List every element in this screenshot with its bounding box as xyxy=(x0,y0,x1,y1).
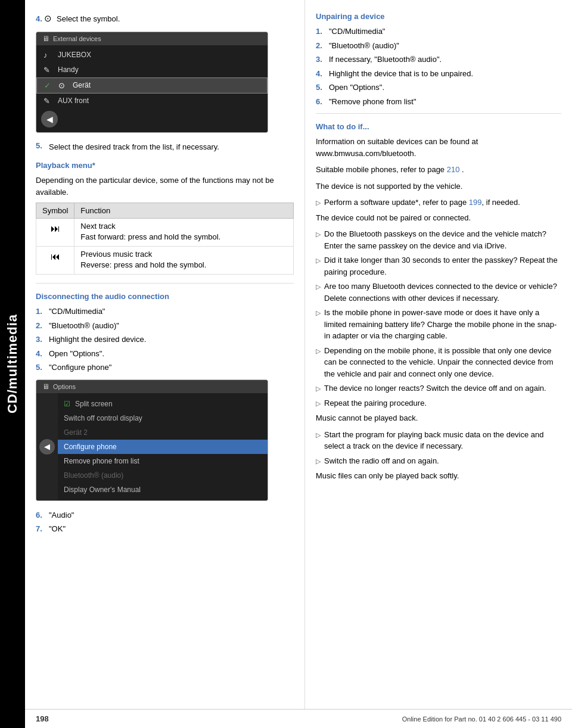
sidebar: CD/multimedia xyxy=(0,0,25,728)
options-row-split[interactable]: ☑ Split screen xyxy=(58,397,268,411)
options-row-gerat2: Gerät 2 xyxy=(58,425,268,440)
step4-icon: ⊙ xyxy=(44,13,52,23)
options-configure-text: Configure phone xyxy=(64,443,117,451)
unpair-step6-text: "Remove phone from list" xyxy=(329,96,561,108)
screen1-aux-icon: ✎ xyxy=(43,97,53,105)
table-symbol-next: ⏭ xyxy=(36,219,74,247)
divider2 xyxy=(316,113,561,114)
bullets2: ▷ Do the Bluetooth passkeys on the devic… xyxy=(316,228,561,409)
screen1-header-text: External devices xyxy=(53,35,101,42)
options-row-manual[interactable]: Display Owner's Manual xyxy=(58,483,268,497)
bullet-passkey: ▷ Do the Bluetooth passkeys on the devic… xyxy=(316,228,561,251)
disconnect-step1-text: "CD/Multimedia" xyxy=(49,306,294,318)
disconnect-steps: 1. "CD/Multimedia" 2. "Bluetooth® (audio… xyxy=(36,306,294,374)
bullet-arrow4: ▷ xyxy=(316,282,321,304)
options-row-configure[interactable]: Configure phone xyxy=(58,440,268,454)
disconnect-step5-num: 5. xyxy=(36,362,45,374)
options-switch-off-text: Switch off control display xyxy=(64,414,142,422)
footer-page-num: 198 xyxy=(36,714,49,723)
disconnect-step5: 5. "Configure phone" xyxy=(36,362,294,374)
screen1-handy-icon: ✎ xyxy=(43,66,53,74)
step6-text: "Audio" xyxy=(49,509,294,521)
table-row-prev: ⏮ Previous music track Reverse: press an… xyxy=(36,247,294,275)
step5-line: 5. Select the desired track from the lis… xyxy=(36,141,294,153)
bullet-arrow10: ▷ xyxy=(316,456,321,467)
options-header-text: Options xyxy=(53,383,76,390)
unpair-step2-num: 2. xyxy=(316,40,325,52)
footer: 198 Online Edition for Part no. 01 40 2 … xyxy=(25,709,572,728)
disconnect-step3-num: 3. xyxy=(36,334,45,346)
screen1-body: ♪ JUKEBOX ✎ Handy ✓ ⊙ Gerät xyxy=(36,45,268,132)
options-nav-btn-up[interactable]: ◀ xyxy=(39,439,55,455)
bullet-one-device-text: Depending on the mobile phone, it is pos… xyxy=(324,345,561,380)
right-column: Unpairing a device 1. "CD/Multimedia" 2.… xyxy=(305,0,572,709)
footer-text: Online Edition for Part no. 01 40 2 606 … xyxy=(402,715,561,723)
disconnect-step2-text: "Bluetooth® (audio)" xyxy=(49,320,294,332)
bullet-one-device: ▷ Depending on the mobile phone, it is p… xyxy=(316,345,561,380)
options-check-split: ☑ xyxy=(64,400,70,408)
step4-text: Select the symbol. xyxy=(57,14,120,23)
whatif-intro3: The device is not supported by the vehic… xyxy=(316,181,561,192)
options-gerat2-text: Gerät 2 xyxy=(64,428,88,437)
bullet-power-save-text: Is the mobile phone in power-save mode o… xyxy=(324,307,561,342)
table-row-next: ⏭ Next track Fast forward: press and hol… xyxy=(36,219,294,247)
whatif-heading: What to do if... xyxy=(316,122,561,131)
screen1-gerat-check: ✓ xyxy=(44,81,54,90)
bullet-30sec: ▷ Did it take longer than 30 seconds to … xyxy=(316,254,561,278)
step7-line: 7. "OK" xyxy=(36,523,294,535)
unpair-step1: 1. "CD/Multimedia" xyxy=(316,26,561,38)
unpair-step2-text: "Bluetooth® (audio)" xyxy=(329,40,561,52)
unpairing-heading: Unpairing a device xyxy=(316,12,561,21)
page-link-199[interactable]: 199 xyxy=(469,198,482,207)
options-row-switch-off[interactable]: Switch off control display xyxy=(58,411,268,425)
options-manual-text: Display Owner's Manual xyxy=(64,486,141,494)
options-body: ◀ ☑ Split screen Switch off control disp… xyxy=(36,393,268,500)
step5-text: Select the desired track from the list, … xyxy=(49,141,219,153)
disconnect-step5-text: "Configure phone" xyxy=(49,362,294,374)
unpair-step3: 3. If necessary, "Bluetooth® audio". xyxy=(316,54,561,66)
disconnect-step1-num: 1. xyxy=(36,306,45,318)
bullet-reacts-text: The device no longer reacts? Switch the … xyxy=(324,382,546,394)
screen1-header: 🖥 External devices xyxy=(36,32,268,45)
screen1-header-icon: 🖥 xyxy=(42,35,49,43)
disconnect-step4: 4. Open "Options". xyxy=(36,348,294,360)
screen1-aux-text: AUX front xyxy=(58,97,89,105)
disconnect-heading: Disconnecting the audio connection xyxy=(36,292,294,301)
options-remove-text: Remove phone from list xyxy=(64,457,139,465)
unpair-step5: 5. Open "Options". xyxy=(316,82,561,94)
bullet-arrow8: ▷ xyxy=(316,399,321,409)
playback-heading: Playback menu* xyxy=(36,161,294,170)
bullet-arrow1: ▷ xyxy=(316,198,321,209)
options-bt-audio-text: Bluetooth® (audio) xyxy=(64,471,123,480)
disconnect-step2-num: 2. xyxy=(36,320,45,332)
whatif-intro4: The device could not be paired or connec… xyxy=(316,212,561,224)
steps-after-screen: 6. "Audio" 7. "OK" xyxy=(36,509,294,535)
bullet-arrow6: ▷ xyxy=(316,346,321,380)
screen1-handy-text: Handy xyxy=(58,66,79,74)
page-container: CD/multimedia 4. ⊙ Select the symbol. 🖥 … xyxy=(0,0,572,728)
screen1-jukebox-icon: ♪ xyxy=(43,51,53,60)
options-nav: ◀ xyxy=(36,393,58,500)
playback-intro: Depending on the particular device, some… xyxy=(36,175,294,198)
whatif-intro2-link[interactable]: 210 xyxy=(447,165,460,174)
options-row-bt-audio: Bluetooth® (audio) xyxy=(58,468,268,483)
screen1-gerat-icon: ⊙ xyxy=(58,81,68,90)
bullet-switch-radio: ▷ Switch the radio off and on again. xyxy=(316,455,561,467)
step5-num: 5. xyxy=(36,141,45,153)
bullets1: ▷ Perform a software update*, refer to p… xyxy=(316,197,561,209)
step6-line: 6. "Audio" xyxy=(36,509,294,521)
options-row-remove[interactable]: Remove phone from list xyxy=(58,454,268,468)
bullet-start-program: ▷ Start the program for playing back mus… xyxy=(316,429,561,452)
unpair-step3-text: If necessary, "Bluetooth® audio". xyxy=(329,54,561,66)
bullet-arrow9: ▷ xyxy=(316,430,321,452)
sidebar-label: CD/multimedia xyxy=(5,314,20,413)
bullet-reacts: ▷ The device no longer reacts? Switch th… xyxy=(316,382,561,394)
screen1-row-gerat[interactable]: ✓ ⊙ Gerät xyxy=(36,77,268,94)
disconnect-step4-num: 4. xyxy=(36,348,45,360)
disconnect-step3: 3. Highlight the desired device. xyxy=(36,334,294,346)
screen1-nav-left[interactable]: ◀ xyxy=(41,111,58,127)
main-content: 4. ⊙ Select the symbol. 🖥 External devic… xyxy=(25,0,572,728)
options-header-icon: 🖥 xyxy=(42,382,49,391)
disconnect-step3-text: Highlight the desired device. xyxy=(49,334,294,346)
unpair-step5-text: Open "Options". xyxy=(329,82,561,94)
